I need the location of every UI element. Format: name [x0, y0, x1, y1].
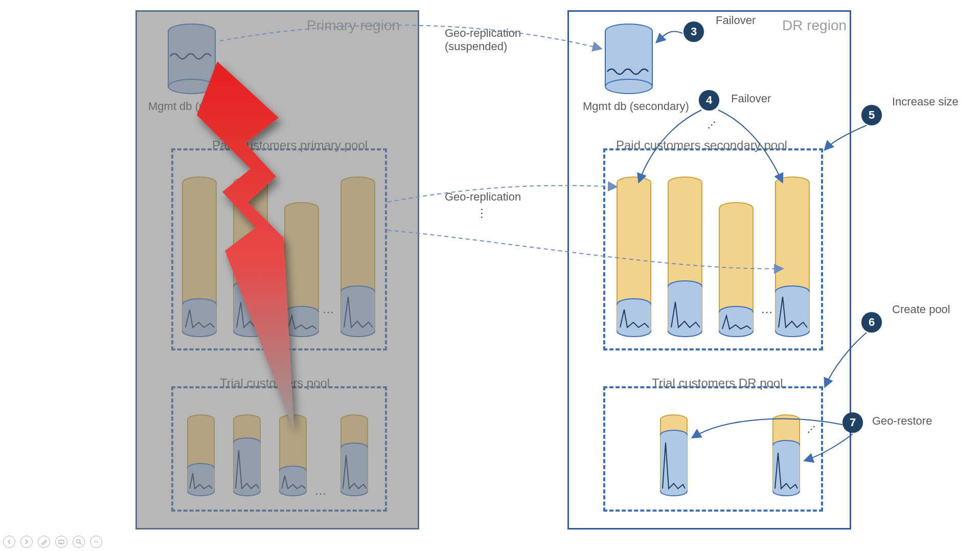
svg-line-62 — [80, 543, 81, 544]
mgmt-db-secondary-label: Mgmt db (secondary) — [583, 100, 689, 113]
geo-rep-vertical-dots: … — [478, 207, 492, 221]
step-6-label: Create pool — [892, 303, 950, 316]
step-3-badge: 3 — [683, 21, 704, 42]
step-5-label: Increase size — [892, 95, 959, 108]
step-4-label: Failover — [731, 92, 771, 105]
step-6-badge: 6 — [861, 312, 882, 333]
zoom-button[interactable] — [73, 536, 85, 548]
next-slide-button[interactable] — [20, 536, 33, 548]
svg-point-65 — [97, 541, 98, 542]
lightning-icon — [166, 61, 330, 440]
svg-rect-59 — [59, 540, 64, 544]
more-options-button[interactable] — [90, 536, 102, 548]
prev-slide-button[interactable] — [3, 536, 15, 548]
svg-point-9 — [605, 79, 652, 94]
presenter-controls — [3, 536, 102, 548]
pen-tool-button[interactable] — [38, 536, 50, 548]
dr-region-title: DR region — [782, 17, 847, 34]
svg-rect-6 — [605, 31, 652, 86]
step-7-badge: 7 — [842, 412, 863, 433]
mgmt-db-secondary — [603, 23, 654, 98]
svg-marker-58 — [197, 61, 294, 430]
dr-paid-pool-label: Paid customers secondary pool — [616, 138, 787, 152]
step-7-label: Geo-restore — [872, 414, 932, 428]
primary-trial-dots: … — [314, 483, 328, 498]
svg-point-61 — [77, 540, 80, 543]
svg-point-64 — [96, 541, 97, 542]
dr-paid-cylinders — [616, 174, 821, 346]
svg-point-63 — [94, 541, 95, 542]
subtitles-button[interactable] — [55, 536, 67, 548]
geo-rep-suspended-label: Geo-replication (suspended) — [445, 27, 521, 53]
primary-region-title: Primary region — [307, 17, 400, 34]
step-3-label: Failover — [716, 14, 756, 27]
step-5-badge: 5 — [861, 105, 882, 125]
dr-trial-cylinders — [659, 412, 813, 507]
dr-paid-dots: … — [761, 302, 774, 316]
step-4-badge: 4 — [699, 90, 719, 111]
dr-trial-pool-label: Trial customers DR pool — [652, 376, 783, 390]
geo-rep-label: Geo-replication — [445, 190, 521, 204]
